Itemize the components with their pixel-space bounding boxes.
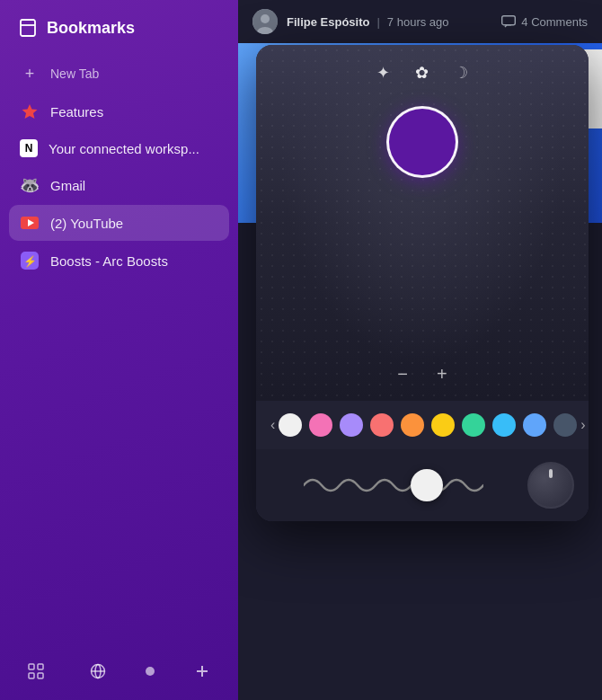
selected-color-circle[interactable] bbox=[386, 106, 458, 178]
color-swatch-1[interactable] bbox=[309, 413, 332, 437]
features-label: Features bbox=[50, 104, 103, 120]
color-swatch-0[interactable] bbox=[279, 413, 302, 437]
comments-button[interactable]: 4 Comments bbox=[501, 15, 588, 29]
zoom-in-button[interactable]: + bbox=[437, 365, 447, 383]
svg-text:⚡: ⚡ bbox=[23, 254, 37, 268]
color-swatch-7[interactable] bbox=[492, 413, 516, 437]
color-swatch-4[interactable] bbox=[401, 413, 424, 437]
sidebar-item-boosts[interactable]: ⚡ Boosts - Arc Boosts bbox=[9, 243, 229, 279]
author-name: Filipe Espósito bbox=[287, 15, 369, 29]
svg-rect-7 bbox=[38, 664, 43, 669]
sidebar-item-youtube[interactable]: (2) YouTube bbox=[9, 205, 229, 241]
new-tab-icon: + bbox=[20, 64, 40, 84]
gmail-label: Gmail bbox=[50, 178, 85, 193]
color-swatch-8[interactable] bbox=[523, 413, 546, 437]
color-swatch-5[interactable] bbox=[431, 413, 455, 437]
moon-mode-icon[interactable]: ☽ bbox=[454, 63, 468, 83]
zoom-out-button[interactable]: − bbox=[397, 365, 408, 383]
sidebar-item-new-tab[interactable]: + New Tab bbox=[9, 56, 229, 92]
knob-control[interactable] bbox=[527, 462, 574, 509]
svg-point-13 bbox=[261, 14, 270, 23]
svg-marker-1 bbox=[22, 104, 38, 119]
gradient-dots-pattern bbox=[256, 45, 589, 401]
features-icon bbox=[20, 102, 40, 121]
sidebar-item-gmail[interactable]: 🦝 Gmail bbox=[9, 167, 229, 203]
main-content: Filipe Espósito | 7 hours ago 4 Comments… bbox=[238, 0, 602, 700]
palette-prev-arrow[interactable]: ‹ bbox=[267, 417, 279, 433]
wave-slider-pill[interactable] bbox=[411, 469, 443, 501]
bottom-controls bbox=[256, 449, 589, 521]
color-gradient-area[interactable]: ✦ ✿ ☽ − + bbox=[256, 45, 589, 401]
sidebar-header: Bookmarks bbox=[0, 18, 238, 56]
bookmarks-icon bbox=[18, 18, 38, 38]
svg-rect-8 bbox=[29, 673, 34, 678]
palette-next-arrow[interactable]: › bbox=[577, 417, 589, 433]
youtube-icon bbox=[20, 213, 40, 233]
color-swatch-9[interactable] bbox=[553, 413, 577, 437]
toolbar-dot bbox=[146, 667, 155, 676]
color-swatch-6[interactable] bbox=[462, 413, 485, 437]
color-swatch-2[interactable] bbox=[340, 413, 363, 437]
sun-mode-icon[interactable]: ✿ bbox=[415, 63, 429, 83]
boosts-icon: ⚡ bbox=[20, 251, 40, 270]
boosts-label: Boosts - Arc Boosts bbox=[50, 253, 168, 269]
knob-indicator bbox=[549, 469, 553, 478]
sidebar-toolbar bbox=[0, 646, 238, 686]
color-picker-overlay: ✦ ✿ ☽ − + ‹ › bbox=[256, 45, 589, 521]
article-header: Filipe Espósito | 7 hours ago 4 Comments bbox=[238, 0, 602, 43]
sidebar-item-workspace[interactable]: N Your connected worksp... bbox=[9, 131, 229, 165]
author-avatar bbox=[252, 9, 278, 34]
sidebar-title: Bookmarks bbox=[47, 19, 135, 38]
wave-svg bbox=[304, 467, 483, 503]
avatar-image bbox=[252, 9, 278, 34]
workspace-label: Your connected worksp... bbox=[49, 141, 199, 156]
gmail-icon: 🦝 bbox=[20, 175, 40, 195]
zoom-controls: − + bbox=[397, 350, 447, 401]
article-meta: Filipe Espósito | 7 hours ago bbox=[287, 15, 492, 29]
color-swatch-3[interactable] bbox=[370, 413, 394, 437]
sidebar: Bookmarks + New Tab Features N Your conn… bbox=[0, 0, 238, 700]
notion-icon: N bbox=[20, 139, 38, 157]
youtube-label: (2) YouTube bbox=[50, 216, 123, 231]
toolbar-grid-button[interactable] bbox=[22, 657, 50, 686]
svg-rect-15 bbox=[502, 16, 516, 25]
comments-label: 4 Comments bbox=[521, 15, 588, 29]
toolbar-plus-button[interactable] bbox=[188, 657, 217, 686]
svg-rect-6 bbox=[29, 664, 34, 669]
svg-rect-0 bbox=[21, 20, 35, 36]
meta-separator: | bbox=[376, 15, 379, 29]
mode-icons-row: ✦ ✿ ☽ bbox=[376, 45, 468, 97]
new-tab-label: New Tab bbox=[50, 66, 99, 81]
svg-rect-9 bbox=[38, 673, 43, 678]
sparkle-mode-icon[interactable]: ✦ bbox=[376, 63, 390, 83]
palette-swatches bbox=[279, 413, 577, 437]
toolbar-globe-button[interactable] bbox=[84, 657, 112, 686]
color-circle-container[interactable] bbox=[386, 106, 458, 178]
sidebar-nav: + New Tab Features N Your connected work… bbox=[0, 56, 238, 646]
time-ago: 7 hours ago bbox=[387, 15, 449, 29]
color-palette-row: ‹ › bbox=[256, 401, 589, 449]
sidebar-item-features[interactable]: Features bbox=[9, 93, 229, 129]
wave-control[interactable] bbox=[270, 467, 517, 503]
